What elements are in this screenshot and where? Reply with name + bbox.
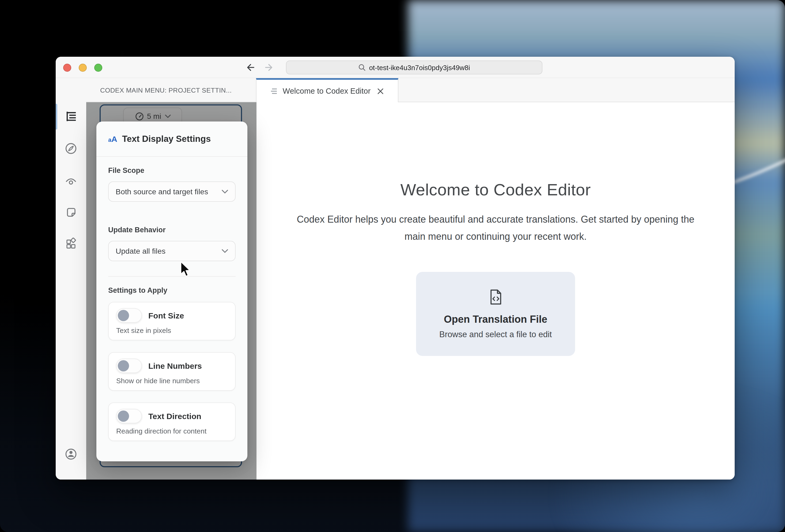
toggle-knob: [118, 360, 129, 371]
update-behavior-label: Update Behavior: [108, 226, 236, 234]
welcome-description: Codex Editor helps you create beautiful …: [287, 211, 704, 245]
mouse-cursor: [180, 261, 191, 281]
popover-divider: [108, 276, 236, 277]
open-card-subtitle: Browse and select a file to edit: [439, 329, 552, 339]
app-window: ot-test-ike4u3n7ois0pdy3js49w8i CODEX MA…: [56, 57, 735, 480]
desktop-wallpaper: ot-test-ike4u3n7ois0pdy3js49w8i CODEX MA…: [0, 0, 785, 532]
activity-sidebar: [56, 78, 86, 480]
toggle-knob: [118, 310, 129, 321]
tab-codex-main-menu[interactable]: CODEX MAIN MENU: PROJECT SETTIN...: [100, 78, 232, 102]
font-size-setting-card: Font Size Text size in pixels: [108, 302, 236, 340]
minimize-window-button[interactable]: [79, 64, 87, 72]
update-behavior-select[interactable]: Update all files: [108, 241, 236, 261]
close-tab-icon[interactable]: [377, 87, 384, 95]
account-icon: [64, 447, 78, 461]
open-card-title: Open Translation File: [444, 313, 547, 325]
search-icon: [358, 64, 366, 71]
line-numbers-label: Line Numbers: [148, 361, 202, 370]
popover-title: Text Display Settings: [122, 134, 211, 144]
tab-bar: CODEX MAIN MENU: PROJECT SETTIN... Welco…: [86, 78, 735, 102]
address-bar[interactable]: ot-test-ike4u3n7ois0pdy3js49w8i: [286, 60, 542, 74]
line-numbers-toggle[interactable]: [116, 358, 142, 373]
title-bar: ot-test-ike4u3n7ois0pdy3js49w8i: [56, 57, 735, 78]
sidebar-item-preview[interactable]: [64, 174, 78, 187]
sidebar-item-extensions[interactable]: [64, 237, 78, 250]
text-display-settings-popover: aA Text Display Settings File Scope Both…: [96, 122, 247, 461]
sticky-note-icon: [65, 206, 77, 219]
forward-arrow-button[interactable]: [263, 61, 275, 73]
sidebar-item-outline[interactable]: [64, 110, 78, 123]
compass-icon: [64, 142, 78, 155]
update-behavior-value: Update all files: [116, 247, 222, 255]
close-window-button[interactable]: [63, 64, 71, 72]
text-direction-setting-card: Text Direction Reading direction for con…: [108, 402, 236, 441]
outline-tree-icon: [65, 110, 77, 123]
file-scope-value: Both source and target files: [116, 187, 222, 196]
settings-to-apply-label: Settings to Apply: [108, 286, 236, 294]
text-direction-toggle[interactable]: [116, 409, 142, 423]
welcome-heading: Welcome to Codex Editor: [256, 180, 735, 200]
sidebar-item-notes[interactable]: [64, 206, 78, 219]
sidebar-item-account[interactable]: [64, 447, 78, 461]
address-bar-text: ot-test-ike4u3n7ois0pdy3js49w8i: [369, 63, 470, 72]
chevron-down-icon: [222, 189, 228, 194]
extensions-icon: [65, 237, 77, 250]
document-list-icon: [271, 87, 278, 95]
font-size-label: Font Size: [148, 311, 184, 320]
font-size-toggle[interactable]: [116, 308, 142, 323]
toggle-knob: [118, 410, 129, 422]
sidebar-item-navigation[interactable]: [64, 142, 78, 155]
font-size-description: Text size in pixels: [116, 326, 228, 335]
chevron-down-icon: [222, 249, 228, 253]
eye-icon: [64, 174, 78, 187]
zoom-window-button[interactable]: [94, 64, 102, 72]
active-item-indicator: [56, 104, 57, 130]
file-code-icon: [489, 289, 503, 305]
screen: ot-test-ike4u3n7ois0pdy3js49w8i CODEX MA…: [0, 0, 785, 532]
text-direction-label: Text Direction: [148, 411, 201, 421]
tab-welcome[interactable]: Welcome to Codex Editor: [256, 78, 398, 102]
text-size-icon: aA: [108, 134, 117, 143]
welcome-pane: Welcome to Codex Editor Codex Editor hel…: [256, 102, 735, 480]
file-scope-label: File Scope: [108, 166, 236, 175]
line-numbers-setting-card: Line Numbers Show or hide line numbers: [108, 352, 236, 391]
open-translation-file-card[interactable]: Open Translation File Browse and select …: [416, 272, 575, 356]
tab-welcome-label: Welcome to Codex Editor: [283, 87, 371, 95]
file-scope-select[interactable]: Both source and target files: [108, 181, 236, 202]
popover-header: aA Text Display Settings: [96, 122, 247, 157]
line-numbers-description: Show or hide line numbers: [116, 377, 228, 385]
back-arrow-button[interactable]: [245, 61, 256, 73]
text-direction-description: Reading direction for content: [116, 427, 228, 435]
